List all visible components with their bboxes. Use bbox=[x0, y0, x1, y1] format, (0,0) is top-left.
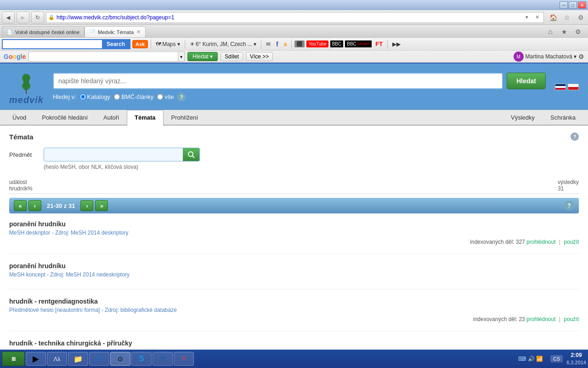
medvik-filter-row: Hledej v: Katalogy BMČ-články vše ? bbox=[53, 93, 546, 101]
window-controls: ─ □ ✕ bbox=[560, 1, 586, 9]
tab-schranka[interactable]: Schránka bbox=[543, 110, 583, 125]
taskbar-skype[interactable]: S bbox=[131, 352, 152, 366]
tab-temata[interactable]: Témata bbox=[127, 110, 164, 126]
address-bar[interactable]: 🔒 http://www.medvik.cz/bmc/subject.do?pa… bbox=[46, 12, 544, 23]
search-button[interactable]: Search bbox=[102, 40, 130, 48]
filter-katalogy[interactable]: Katalogy bbox=[80, 93, 111, 100]
tab-uvod[interactable]: Úvod bbox=[5, 110, 34, 125]
weather-widget[interactable]: ☀ 6° Kurim, JM, Czech ... ▾ bbox=[188, 40, 258, 48]
results-table-header: událost hrudník% výsledky 31 bbox=[9, 177, 579, 194]
prev-page-button[interactable]: ‹ bbox=[28, 200, 41, 211]
bbcsport-button[interactable]: BBCSPORT bbox=[345, 40, 372, 47]
google-dropdown[interactable]: ▾ bbox=[178, 52, 184, 61]
flag-en[interactable] bbox=[555, 84, 566, 90]
tab2-close[interactable]: ✕ bbox=[136, 29, 141, 35]
browser-tab-bar: 📄 Volně dostupné české online z... 📄 Med… bbox=[0, 25, 588, 38]
tab-pokrocile[interactable]: Pokročilé hledání bbox=[34, 110, 96, 125]
taskbar-ppt[interactable]: P bbox=[174, 352, 194, 366]
favorites-icon[interactable]: ★ bbox=[559, 26, 570, 37]
result-item-2: poranění hrudníku MeSH koncept - Zdroj: … bbox=[9, 262, 579, 289]
result-3-separator: | bbox=[559, 316, 560, 322]
google-toolbar: Google ▾ Hledat ▾ Sdílet Více >> M Marti… bbox=[0, 51, 588, 63]
tools-icon[interactable]: ⚙ bbox=[572, 26, 583, 37]
browser-tab-1[interactable]: 📄 Volně dostupné české online z... bbox=[2, 26, 85, 37]
taskbar-ie[interactable]: e bbox=[89, 352, 109, 366]
result-2-type: MeSH koncept - Zdroj: MeSH 2014 nedeskri… bbox=[9, 271, 579, 278]
result-3-pouzit-link[interactable]: použít bbox=[564, 316, 579, 322]
tab-prohlizeni[interactable]: Prohlížení bbox=[164, 110, 206, 125]
settings-icon[interactable]: ⚙ bbox=[575, 12, 586, 23]
result-1-prohlednik-link[interactable]: prohlédnout bbox=[526, 239, 555, 245]
google-search-bar[interactable]: ▾ bbox=[28, 52, 185, 62]
result-3-prohlednik-link[interactable]: prohlédnout bbox=[526, 316, 555, 322]
tab-vysledky[interactable]: Výsledky bbox=[503, 110, 543, 125]
maps-button[interactable]: 🗺 Maps ▾ bbox=[154, 40, 182, 48]
tab1-label: Volně dostupné české online z... bbox=[15, 29, 79, 35]
google-search-input[interactable] bbox=[29, 53, 178, 60]
star-icon[interactable]: ☆ bbox=[561, 12, 572, 23]
user-avatar: M bbox=[514, 52, 524, 62]
refresh-button[interactable]: ↻ bbox=[31, 12, 44, 23]
lang-indicator[interactable]: CS bbox=[550, 355, 563, 362]
taskbar: ⊞ ▶ Λλ 📁 e ⊙ S W P ⌨ 🔊 📶 CS 2:09 6.3.201… bbox=[0, 350, 588, 368]
result-3-stats: indexovaných děl: 23 prohlédnout | použí… bbox=[9, 316, 579, 322]
address-x-button[interactable]: ✕ bbox=[532, 13, 542, 22]
search-input[interactable] bbox=[3, 41, 102, 47]
google-vice-button[interactable]: Více >> bbox=[246, 52, 273, 61]
filter-help-icon[interactable]: ? bbox=[177, 93, 186, 101]
medvik-search-input[interactable] bbox=[53, 73, 503, 89]
start-button[interactable]: ⊞ bbox=[2, 351, 25, 366]
user-settings-icon[interactable]: ⚙ bbox=[578, 53, 584, 60]
taskbar-chrome[interactable]: ⊙ bbox=[110, 352, 130, 366]
lang-flags bbox=[555, 84, 579, 90]
result-4-title: hrudník - technika chirurgická - příručk… bbox=[9, 339, 579, 347]
youtube-button[interactable]: YouTube bbox=[306, 40, 328, 47]
google-user[interactable]: M Martina Machatová ▾ ⚙ bbox=[514, 52, 584, 62]
minimize-button[interactable]: ─ bbox=[560, 1, 568, 9]
address-go-button[interactable]: ▾ bbox=[522, 13, 531, 22]
separator4 bbox=[291, 40, 292, 49]
section-help-icon[interactable]: ? bbox=[571, 132, 579, 141]
last-page-button[interactable]: » bbox=[95, 200, 108, 211]
home-icon-right[interactable]: ⌂ bbox=[545, 26, 556, 37]
google-sdilet-button[interactable]: Sdílet bbox=[220, 52, 243, 61]
search-toolbar: Search Ask 🗺 Maps ▾ ☀ 6° Kurim, JM, Czec… bbox=[0, 38, 588, 51]
medvik-search-button[interactable]: Hledat bbox=[507, 73, 546, 89]
taskbar-translator[interactable]: Λλ bbox=[47, 352, 67, 366]
maximize-button[interactable]: □ bbox=[569, 1, 577, 9]
amazon-button[interactable]: a bbox=[282, 40, 289, 48]
pagination-help-icon[interactable]: ? bbox=[564, 201, 574, 211]
system-tray: ⌨ 🔊 📶 bbox=[514, 356, 547, 362]
filter-vse[interactable]: vše bbox=[157, 93, 174, 100]
more-button[interactable]: ▶▶ bbox=[390, 40, 402, 48]
back-button[interactable]: ◄ bbox=[2, 12, 15, 23]
predmet-search-button[interactable] bbox=[183, 148, 199, 161]
next-page-button[interactable]: › bbox=[80, 200, 93, 211]
close-button[interactable]: ✕ bbox=[578, 1, 586, 9]
predmet-input[interactable] bbox=[44, 148, 183, 161]
email-button[interactable]: ✉ bbox=[264, 40, 272, 48]
ft-button[interactable]: FT bbox=[373, 40, 384, 48]
forward-button[interactable]: ► bbox=[17, 12, 29, 23]
address-text: http://www.medvik.cz/bmc/subject.do?page… bbox=[57, 14, 522, 21]
tab-autori[interactable]: Autoři bbox=[96, 110, 127, 125]
result-1-pouzit-link[interactable]: použít bbox=[564, 239, 579, 245]
taskbar-media[interactable]: ▶ bbox=[26, 352, 46, 366]
google-hledat-button[interactable]: Hledat ▾ bbox=[187, 52, 218, 61]
filter-bmc[interactable]: BMČ-články bbox=[114, 93, 153, 100]
tab2-favicon: 📄 bbox=[90, 29, 95, 34]
taskbar-files[interactable]: 📁 bbox=[68, 352, 88, 366]
extra-btn[interactable]: ⬛ bbox=[294, 40, 305, 47]
bbc-button[interactable]: BBC bbox=[330, 40, 344, 47]
taskbar-word[interactable]: W bbox=[153, 352, 173, 366]
flag-cz[interactable] bbox=[568, 84, 579, 90]
result-2-title: poranění hrudníku bbox=[9, 262, 579, 270]
facebook-button[interactable]: f bbox=[274, 40, 280, 49]
first-page-button[interactable]: « bbox=[14, 200, 27, 211]
clock-time: 2:09 bbox=[566, 352, 586, 359]
home-icon[interactable]: 🏠 bbox=[548, 12, 559, 23]
ask-button[interactable]: Ask bbox=[132, 40, 148, 48]
browser-tab-2[interactable]: 📄 Medvik: Témata ✕ bbox=[85, 26, 146, 37]
medvik-logo-text: medvik bbox=[9, 95, 44, 105]
ie-search-bar[interactable]: Search bbox=[2, 39, 130, 49]
